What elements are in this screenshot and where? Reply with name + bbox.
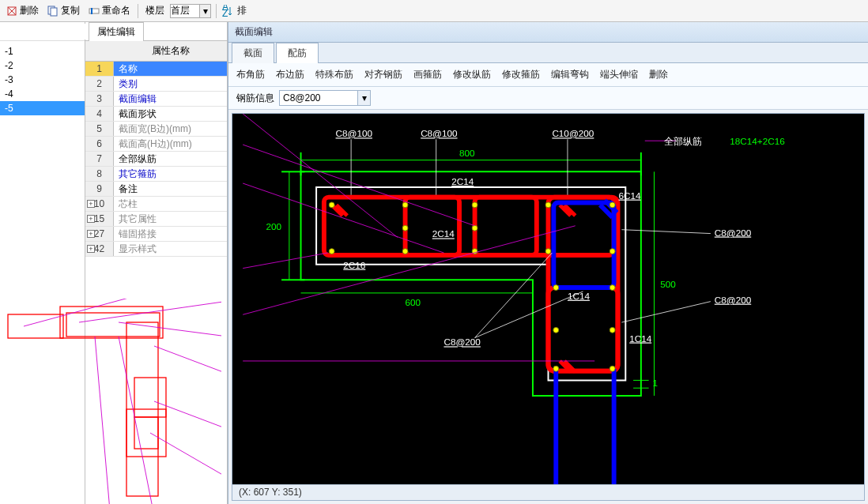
toolbar-action[interactable]: 删除 bbox=[649, 68, 668, 81]
delete-label: 删除 bbox=[20, 4, 39, 17]
floor-input[interactable] bbox=[170, 4, 200, 18]
tree-item[interactable]: -1 bbox=[0, 44, 85, 58]
rename-icon bbox=[88, 5, 100, 17]
toolbar-action[interactable]: 修改纵筋 bbox=[453, 68, 491, 81]
sort-label[interactable]: 排 bbox=[237, 4, 247, 17]
svg-point-61 bbox=[545, 202, 551, 208]
svg-line-95 bbox=[243, 114, 398, 237]
panel-title: 截面编辑 bbox=[228, 22, 868, 43]
property-row[interactable]: 9备注 bbox=[85, 182, 227, 197]
tree-item[interactable]: -5 bbox=[0, 101, 85, 115]
property-row[interactable]: 3截面编辑 bbox=[85, 92, 227, 107]
rename-label: 重命名 bbox=[102, 4, 130, 17]
svg-point-68 bbox=[402, 225, 408, 231]
svg-point-60 bbox=[472, 202, 477, 208]
row-index: 1 bbox=[85, 62, 114, 76]
toolbar-action[interactable]: 编辑弯钩 bbox=[551, 68, 589, 81]
svg-text:6C14: 6C14 bbox=[618, 190, 640, 201]
svg-text:500: 500 bbox=[660, 279, 676, 289]
tree-item[interactable]: -2 bbox=[0, 58, 85, 73]
toolbar-action[interactable]: 画箍筋 bbox=[413, 68, 442, 81]
property-row[interactable]: 27+锚固搭接 bbox=[85, 227, 227, 242]
svg-text:800: 800 bbox=[459, 148, 475, 158]
svg-line-25 bbox=[119, 337, 158, 504]
copy-button[interactable]: 复制 bbox=[44, 2, 82, 19]
svg-point-69 bbox=[472, 225, 477, 231]
separator bbox=[138, 4, 138, 18]
svg-line-91 bbox=[621, 302, 710, 322]
toolbar-action[interactable]: 特殊布筋 bbox=[315, 68, 353, 81]
expand-icon[interactable]: + bbox=[87, 200, 95, 208]
svg-text:200: 200 bbox=[266, 221, 282, 231]
svg-line-96 bbox=[243, 145, 474, 226]
expand-icon[interactable]: + bbox=[87, 245, 95, 253]
left-panel: -1-2-3-4-5 bbox=[0, 22, 85, 504]
svg-line-89 bbox=[621, 230, 710, 234]
svg-point-74 bbox=[553, 366, 559, 371]
property-row[interactable]: 5截面宽(B边)(mm) bbox=[85, 122, 227, 137]
svg-point-71 bbox=[609, 285, 615, 291]
tab-rebar[interactable]: 配筋 bbox=[276, 43, 319, 63]
rebar-info-combo[interactable]: ▾ bbox=[279, 90, 371, 106]
property-name: 类别 bbox=[114, 77, 227, 91]
property-row[interactable]: 42+显示样式 bbox=[85, 242, 227, 257]
property-row[interactable]: 6截面高(H边)(mm) bbox=[85, 137, 227, 152]
svg-line-23 bbox=[150, 433, 221, 504]
floor-label: 楼层 bbox=[143, 2, 167, 19]
chevron-down-icon[interactable]: ▾ bbox=[358, 90, 371, 106]
toolbar-action[interactable]: 布角筋 bbox=[236, 68, 265, 81]
row-index: 27+ bbox=[85, 227, 114, 241]
property-name: 其它属性 bbox=[114, 212, 227, 226]
property-row[interactable]: 1名称 bbox=[85, 62, 227, 77]
row-index: 10+ bbox=[85, 197, 114, 211]
property-row[interactable]: 2类别 bbox=[85, 77, 227, 92]
section-tabs: 截面 配筋 bbox=[228, 43, 868, 63]
separator bbox=[216, 4, 217, 18]
svg-text:C8@200: C8@200 bbox=[715, 228, 752, 238]
property-name: 芯柱 bbox=[114, 197, 227, 211]
delete-icon bbox=[6, 5, 18, 17]
toolbar-action[interactable]: 布边筋 bbox=[276, 68, 304, 81]
toolbar-action[interactable]: 修改箍筋 bbox=[502, 68, 540, 81]
row-index: 8 bbox=[85, 167, 114, 181]
svg-line-19 bbox=[79, 299, 221, 322]
svg-text:C8@100: C8@100 bbox=[336, 128, 373, 138]
svg-text:C8@100: C8@100 bbox=[421, 128, 458, 138]
svg-text:Z: Z bbox=[222, 8, 228, 17]
property-row[interactable]: 4截面形状 bbox=[85, 107, 227, 122]
property-name: 截面宽(B边)(mm) bbox=[114, 122, 227, 136]
svg-rect-45 bbox=[549, 197, 618, 371]
copy-label: 复制 bbox=[61, 4, 80, 17]
svg-text:C8@200: C8@200 bbox=[443, 337, 481, 347]
expand-icon[interactable]: + bbox=[87, 230, 95, 238]
svg-point-66 bbox=[545, 249, 551, 254]
property-name: 全部纵筋 bbox=[114, 152, 227, 166]
az-sort-icon[interactable]: AZ bbox=[221, 5, 234, 17]
toolbar-action[interactable]: 对齐钢筋 bbox=[364, 68, 402, 81]
toolbar-action[interactable]: 端头伸缩 bbox=[600, 68, 638, 81]
rename-button[interactable]: 重命名 bbox=[85, 2, 133, 19]
expand-icon[interactable]: + bbox=[87, 215, 95, 223]
chevron-down-icon[interactable]: ▾ bbox=[200, 4, 211, 18]
row-index: 42+ bbox=[85, 242, 114, 256]
svg-point-67 bbox=[609, 249, 615, 254]
floor-combo[interactable]: ▾ bbox=[170, 4, 211, 18]
tree-item[interactable]: -3 bbox=[0, 73, 85, 87]
rebar-info-input[interactable] bbox=[279, 90, 358, 106]
delete-button[interactable]: 删除 bbox=[3, 2, 41, 19]
svg-text:18C14+2C16: 18C14+2C16 bbox=[730, 136, 784, 146]
tree-item[interactable]: -4 bbox=[0, 87, 85, 101]
property-row[interactable]: 8其它箍筋 bbox=[85, 167, 227, 182]
property-row[interactable]: 15+其它属性 bbox=[85, 212, 227, 227]
svg-line-93 bbox=[475, 253, 553, 338]
property-row[interactable]: 10+芯柱 bbox=[85, 197, 227, 212]
property-row[interactable]: 7全部纵筋 bbox=[85, 152, 227, 167]
tab-property-edit[interactable]: 属性编辑 bbox=[89, 22, 144, 41]
svg-rect-16 bbox=[126, 409, 166, 457]
section-canvas[interactable]: 80020060050012C142C142C166C141C141C14C8@… bbox=[232, 113, 865, 501]
section-editor-panel: 截面编辑 截面 配筋 布角筋布边筋特殊布筋对齐钢筋画箍筋修改纵筋修改箍筋编辑弯钩… bbox=[228, 22, 868, 504]
property-name: 截面编辑 bbox=[114, 92, 227, 106]
tab-section[interactable]: 截面 bbox=[232, 43, 274, 63]
rebar-info-label: 钢筋信息 bbox=[236, 92, 274, 105]
svg-line-24 bbox=[95, 337, 111, 504]
